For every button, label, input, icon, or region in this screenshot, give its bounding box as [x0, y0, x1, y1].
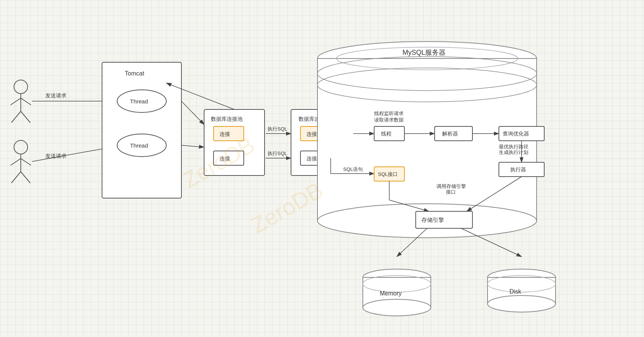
exec-sql2-label: 执行SQL [268, 151, 287, 156]
send-request1-label: 发送请求 [45, 92, 67, 98]
memory-cylinder-bottom [363, 299, 431, 316]
gen-plan-label: 生成执行计划 [499, 149, 528, 155]
interface-label: 接口 [446, 189, 456, 195]
parser-label: 解析器 [442, 131, 458, 137]
call-storage-label: 调用存储引擎 [437, 183, 466, 189]
user2-arm-right [21, 158, 31, 165]
arrow-thread2-pool [181, 145, 204, 147]
thread1-label: Thread [130, 98, 148, 105]
user1-leg-left [11, 111, 21, 123]
mysql-server-label: MySQL服务器 [402, 49, 446, 56]
executor-label: 执行器 [510, 166, 526, 172]
best-path-label: 最优执行路径 [499, 144, 528, 149]
disk-label: Disk [509, 288, 522, 295]
user1-arm-left [11, 98, 21, 105]
diagram-container: 发送请求 发送请求 Tomcat Thread Thread 数据库连接池 连接… [0, 0, 644, 337]
sql-sentence-label: SQL语句 [343, 166, 363, 172]
user1-head [14, 80, 28, 94]
user1-arm-right [21, 98, 31, 105]
storage-engine-label: 存储引擎 [421, 217, 444, 223]
disk-cylinder-bottom [488, 295, 556, 312]
user2-arm-left [11, 158, 21, 165]
thread-monitor-label: 线程监听请求 [374, 111, 404, 116]
send-request2-label: 发送请求 [45, 153, 67, 159]
user2-leg-right [21, 172, 30, 183]
tomcat-box [102, 62, 181, 198]
sql-interface-label: SQL接口 [378, 171, 398, 177]
connect4-label: 连接 [307, 155, 317, 162]
connect3-label: 连接 [307, 131, 317, 137]
optimizer-label: 查询优化器 [503, 131, 529, 137]
db-pool1-title1: 数据库连接池 [211, 116, 243, 122]
architecture-svg: 发送请求 发送请求 Tomcat Thread Thread 数据库连接池 连接… [0, 0, 644, 337]
arrow-user2-thread2 [32, 147, 111, 162]
watermark2: ZeroDB [247, 177, 327, 238]
user2-leg-left [11, 172, 21, 183]
arrow-thread1-pool [181, 101, 204, 125]
read-request-label: 读取请求数据 [374, 117, 404, 123]
user1-leg-right [21, 111, 30, 123]
thread2-label: Thread [130, 142, 148, 149]
user2-head [14, 140, 28, 154]
tomcat-label: Tomcat [125, 70, 144, 77]
connect1-label: 连接 [220, 131, 230, 137]
thread-node-label: 线程 [381, 131, 392, 137]
memory-label: Memory [380, 290, 402, 297]
exec-sql1-label: 执行SQL [268, 126, 287, 132]
